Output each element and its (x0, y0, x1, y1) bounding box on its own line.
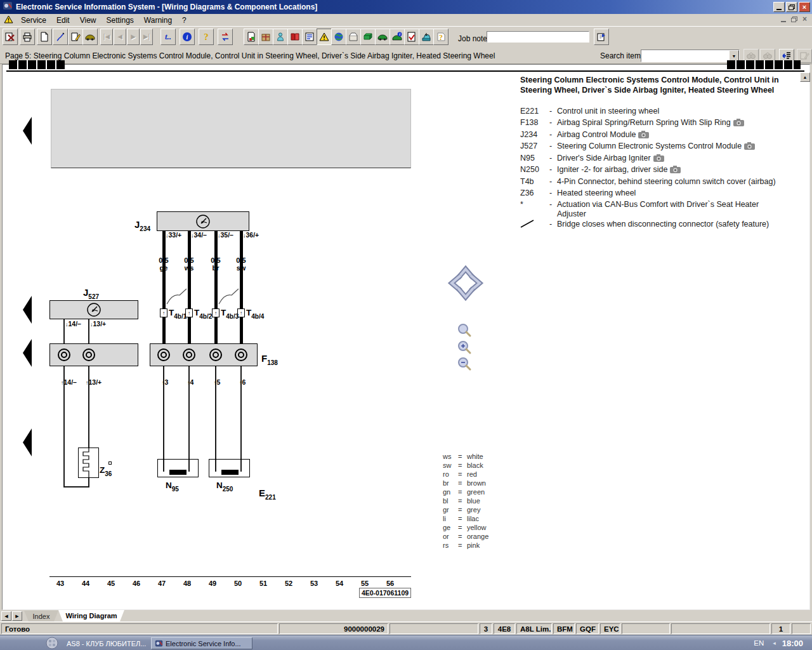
vehicle-data-button[interactable] (375, 29, 390, 45)
minimize-button[interactable] (773, 2, 785, 12)
binoculars-icon (763, 51, 773, 60)
manuals-button[interactable] (287, 29, 303, 45)
camera-icon[interactable] (638, 131, 649, 138)
contact-ring (61, 352, 67, 358)
tab-scroll-right-button[interactable]: ▶ (12, 611, 22, 621)
globe-button[interactable] (331, 29, 346, 45)
contact-ring (86, 352, 92, 358)
wiring-diagrams-button[interactable] (317, 29, 332, 45)
child-minimize-button[interactable] (781, 21, 786, 22)
app-icon (3, 1, 13, 13)
menu-service[interactable]: Service (16, 15, 51, 25)
status-cell: 4E8 (494, 623, 515, 634)
vehicle-info-button[interactable]: i (390, 29, 405, 45)
page-nav-arrow[interactable] (23, 339, 32, 367)
taskbar-item-opera[interactable]: AS8 - КЛУБ ЛЮБИТЕЛ... (61, 637, 147, 649)
ruler-number: 50 (231, 580, 245, 587)
diagram-number-box: 4E0-017061109 (359, 588, 411, 598)
menu-settings[interactable]: Settings (102, 15, 139, 25)
document-add-button[interactable] (244, 29, 259, 45)
arrow-up-icon: ↑ (162, 310, 165, 316)
menu-edit[interactable]: Edit (51, 15, 75, 25)
restore-button[interactable] (786, 2, 797, 12)
menu-warning[interactable]: Warning (139, 15, 177, 25)
wire-label: 0,5ws (180, 256, 199, 272)
igniter-bar (169, 470, 187, 475)
next-page-button: ▶ (127, 29, 140, 45)
asterisk-ref-mark (108, 461, 112, 465)
warning-triangle-icon (319, 32, 329, 42)
zoom-in-button[interactable] (457, 340, 473, 356)
pin-label: ↑13/+ (86, 378, 102, 386)
previous-page-button: ◀ (114, 29, 126, 45)
page-nav-arrow[interactable] (23, 296, 32, 324)
contact-ring (160, 352, 167, 358)
info-button[interactable]: i (180, 29, 195, 45)
component-button[interactable] (360, 29, 376, 45)
close-button[interactable]: × (799, 2, 810, 12)
job-note-open-button[interactable] (594, 29, 609, 45)
menu-help[interactable]: ? (177, 15, 192, 25)
t4b-connector: ↑ (160, 308, 167, 317)
page-nav-arrow[interactable] (23, 117, 32, 145)
camera-icon[interactable] (670, 166, 681, 173)
grayed-note-box (51, 89, 411, 168)
pin-label: ↓36/+ (243, 231, 259, 239)
person-icon (275, 32, 285, 42)
edit-document-button[interactable] (68, 29, 83, 45)
pan-controls[interactable] (439, 256, 492, 310)
pin-label: ↑14/– (61, 378, 77, 386)
package-button[interactable] (258, 29, 273, 45)
swap-view-button[interactable] (218, 29, 233, 45)
taskbar: AS8 - КЛУБ ЛЮБИТЕЛ... Electronic Service… (0, 635, 812, 650)
tab-scroll-left-button[interactable]: ◀ (1, 611, 11, 621)
child-restore-button[interactable] (791, 17, 797, 22)
green-car-icon (377, 32, 388, 42)
checklist-button[interactable] (404, 29, 419, 45)
svg-text:i: i (187, 34, 188, 41)
camera-icon[interactable] (733, 119, 744, 126)
taskbar-item-label: Electronic Service Info... (166, 640, 241, 647)
document-plus-icon (246, 32, 256, 42)
search-item-combo[interactable]: ▼ (641, 50, 740, 62)
language-indicator[interactable]: EN (754, 639, 764, 647)
exit-button[interactable] (3, 29, 18, 45)
pin-label: ↓33/+ (166, 231, 181, 239)
parts-box-button[interactable] (346, 29, 361, 45)
zoom-tool-button[interactable] (457, 322, 473, 339)
child-close-button[interactable]: × (802, 16, 807, 22)
page-rule (6, 70, 804, 72)
search-input[interactable] (641, 50, 729, 62)
document-list-button[interactable] (302, 29, 317, 45)
target-link-button[interactable]: t.. (160, 29, 176, 45)
print-button[interactable] (20, 29, 35, 45)
n95-label: N95 (166, 481, 179, 492)
tab-wiring-diagram[interactable]: Wiring Diagram (58, 610, 124, 621)
ruler-number: 53 (307, 580, 321, 587)
new-document-button[interactable] (37, 29, 52, 45)
camera-icon[interactable] (653, 154, 664, 162)
zoom-out-button[interactable] (457, 356, 473, 373)
green-brick-icon (363, 32, 373, 42)
context-help-button[interactable]: ? (433, 29, 449, 45)
vehicle-button[interactable] (82, 29, 98, 45)
arrow-up-icon: ↑ (188, 310, 190, 316)
airbag-symbol-icon (195, 213, 211, 230)
projector-button[interactable] (419, 29, 434, 45)
job-note-input[interactable] (487, 31, 589, 43)
page-nav-arrow[interactable] (23, 428, 32, 456)
taskbar-item-esi[interactable]: Electronic Service Info... (151, 637, 252, 649)
color-code-row: br=brown (443, 479, 513, 487)
menu-view[interactable]: View (75, 15, 102, 25)
start-button[interactable] (46, 637, 58, 650)
tray-expand-button[interactable]: ◂ (773, 640, 776, 646)
contact-ring (238, 352, 244, 358)
customer-button[interactable] (273, 29, 288, 45)
help-button[interactable]: ? (199, 29, 214, 45)
tab-index[interactable]: Index (24, 611, 58, 621)
camera-icon[interactable] (744, 142, 755, 150)
signature-button[interactable] (53, 29, 68, 45)
system-tray: EN ◂ 18:00 (754, 635, 812, 650)
previous-page-icon: ◀ (117, 34, 122, 40)
first-page-icon: |◀ (103, 34, 110, 40)
